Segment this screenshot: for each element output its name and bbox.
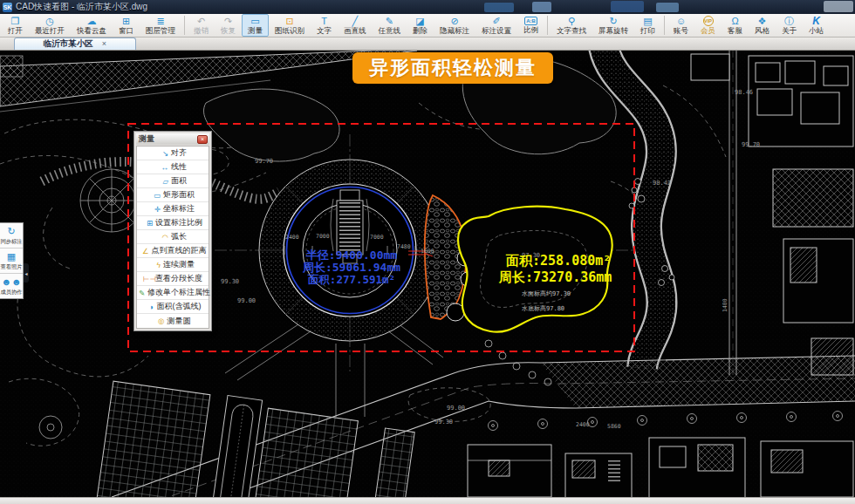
toolbar-button-vip[interactable]: VIP会员 <box>694 14 722 37</box>
measure-item-label: 矩形面积 <box>163 189 195 201</box>
sidebar-item-label: 成员协作 <box>0 289 22 296</box>
svg-text:99.70: 99.70 <box>742 141 760 148</box>
toolbar-button-freehand-line[interactable]: ✎任意线 <box>373 14 407 37</box>
toolbar-button-about[interactable]: ⓘ关于 <box>776 14 803 37</box>
measure-item-align[interactable]: ↘对齐 <box>137 146 209 160</box>
toolbar-button-cloud-drive[interactable]: ☁快看云盘 <box>71 14 113 37</box>
measure-item-circle[interactable]: ◎测量圆 <box>137 314 209 328</box>
toolbar-button-text[interactable]: T文字 <box>311 14 338 37</box>
toolbar-button-redo[interactable]: ↷恢复 <box>215 14 242 37</box>
measure-item-label: 修改单个标注属性 <box>147 287 210 298</box>
svg-text:1400: 1400 <box>722 298 728 312</box>
measure-item-coordinate[interactable]: ✛坐标标注 <box>137 202 209 216</box>
svg-text:周长:59061.94mm: 周长:59061.94mm <box>302 261 400 274</box>
background-window-glimpse <box>484 3 514 12</box>
measure-item-area-with-arc[interactable]: ◗面积(含弧线) <box>137 300 209 314</box>
rotate-icon: ↻ <box>609 16 617 26</box>
svg-text:水面标高约97.30: 水面标高约97.30 <box>522 290 571 297</box>
measure-panel-titlebar[interactable]: 测量 × <box>136 133 209 145</box>
cad-canvas[interactable]: 99.70 99.30 99.00 98.46 99.70 98.42 99.0… <box>0 51 855 497</box>
toolbar-button-ksite[interactable]: K小站 <box>803 14 830 37</box>
svg-text:水底标高97.80: 水底标高97.80 <box>522 305 564 312</box>
area-icon: ▱ <box>159 177 168 186</box>
window-icon: ⊞ <box>122 16 130 26</box>
toolbar-button-window[interactable]: ⊞窗口 <box>113 14 140 37</box>
sidebar-item-view-photos[interactable]: ▦ 查看照片 <box>0 249 23 274</box>
measure-item-scale-setting[interactable]: ⊞设置标注比例 <box>137 216 209 230</box>
info-icon: ⓘ <box>784 16 794 26</box>
sidebar-item-sync-annotation[interactable]: ↻ 同步标注 <box>0 223 23 249</box>
toolbar-label: 文字 <box>317 26 332 36</box>
tab-close-icon[interactable]: × <box>102 40 106 48</box>
title-bar: SK CAD快速看图 - 临沂市某小区.dwg <box>0 0 855 14</box>
svg-text:99.30: 99.30 <box>221 278 239 285</box>
measure-item-label: 对齐 <box>171 147 187 159</box>
svg-text:98.46: 98.46 <box>735 89 753 96</box>
svg-text:99.70: 99.70 <box>255 158 273 165</box>
svg-text:7480: 7480 <box>397 243 411 250</box>
measure-item-arc-length[interactable]: ◠弧长 <box>137 230 209 244</box>
svg-text:周长:73270.36mm: 周长:73270.36mm <box>498 269 612 285</box>
sidebar-item-member-collab[interactable]: ☻☻ 成员协作 <box>0 274 23 298</box>
svg-text:98.42: 98.42 <box>653 180 671 187</box>
document-tab[interactable]: 临沂市某小区 × <box>14 37 136 50</box>
measure-item-continuous[interactable]: ϟ连续测量 <box>137 258 209 272</box>
toolbar-label: 任意线 <box>379 26 401 36</box>
headset-icon: Ω <box>731 16 738 26</box>
eye-slash-icon: ⊘ <box>450 16 458 26</box>
toolbar-button-print[interactable]: ▤打印 <box>634 14 661 37</box>
toolbar-label: 小站 <box>809 26 824 36</box>
toolbar-button-layers[interactable]: ≣图层管理 <box>140 14 181 37</box>
measure-item-area[interactable]: ▱面积 <box>137 174 209 188</box>
angle-distance-icon: ∠ <box>140 247 149 255</box>
toolbar-label: 图纸识别 <box>275 26 304 36</box>
measure-item-linear[interactable]: ↔线性 <box>137 160 209 174</box>
toolbar-button-recent[interactable]: ◷最近打开 <box>29 14 71 37</box>
scale-setting-icon: ⊞ <box>143 219 153 228</box>
toolbar-label: 打印 <box>640 26 655 36</box>
toolbar-button-style[interactable]: ❖风格 <box>749 14 776 37</box>
toolbar-button-draw-line[interactable]: ╱画直线 <box>338 14 373 37</box>
svg-text:2400: 2400 <box>285 234 299 241</box>
measure-panel-close-icon[interactable]: × <box>197 135 208 144</box>
toolbar-label: 屏幕旋转 <box>598 26 628 36</box>
circle-measurement-text: 半径:9400.00mm 周长:59061.94mm 面积:277.591m² <box>302 249 400 286</box>
toolbar-label: 关于 <box>782 26 797 36</box>
toolbar-button-undo[interactable]: ↶撤销 <box>188 14 215 37</box>
measure-item-label: 坐标标注 <box>163 203 195 215</box>
toolbar-label: 测量 <box>248 26 263 36</box>
pencil-icon: ✎ <box>386 16 393 26</box>
measure-item-label: 线性 <box>171 161 187 173</box>
toolbar-button-screen-rotate[interactable]: ↻屏幕旋转 <box>592 14 634 37</box>
sidebar-collapse-handle[interactable]: ◂ <box>24 263 29 283</box>
toolbar-label: 账号 <box>674 26 688 36</box>
promo-banner: 异形面积轻松测量 <box>352 52 553 84</box>
toolbar-separator <box>664 16 665 35</box>
toolbar-button-hide-annotation[interactable]: ⊘隐藏标注 <box>434 14 475 37</box>
measure-item-segment-length[interactable]: ⊢⊣查看分段长度 <box>137 272 209 286</box>
toolbar-button-text-search[interactable]: ⚲文字查找 <box>551 14 592 37</box>
zigzag-icon: ϟ <box>151 261 161 269</box>
toolbar-label: 画直线 <box>344 26 366 36</box>
linear-icon: ↔ <box>159 163 168 172</box>
arc-area-icon: ◗ <box>145 303 154 311</box>
toolbar-button-measure[interactable]: ▭测量 <box>242 14 269 37</box>
measure-item-edit-annotation[interactable]: ✎修改单个标注属性 <box>137 286 209 300</box>
toolbar-button-delete[interactable]: ◪删除 <box>407 14 434 37</box>
toolbar-label: 恢复 <box>221 26 236 36</box>
measure-item-label: 面积 <box>171 175 187 187</box>
toolbar-button-open[interactable]: ❐打开 <box>2 14 29 37</box>
toolbar-label: 文字查找 <box>557 26 586 36</box>
toolbar-button-support[interactable]: Ω客服 <box>722 14 749 37</box>
main-toolbar: ❐打开 ◷最近打开 ☁快看云盘 ⊞窗口 ≣图层管理 ↶撤销 ↷恢复 ▭测量 ⊡图… <box>0 14 855 37</box>
measure-item-point-to-line[interactable]: ∠点到直线的距离 <box>137 244 209 258</box>
background-window-glimpse <box>611 1 644 12</box>
toolbar-button-account[interactable]: ☺账号 <box>667 14 694 37</box>
app-window: SK CAD快速看图 - 临沂市某小区.dwg ❐打开 ◷最近打开 ☁快看云盘 … <box>0 0 855 504</box>
toolbar-separator <box>184 16 185 35</box>
toolbar-button-drawing-recognition[interactable]: ⊡图纸识别 <box>269 14 311 37</box>
measure-item-rect-area[interactable]: ▭矩形面积 <box>137 188 209 202</box>
toolbar-button-scale[interactable]: A:B比例 <box>517 14 544 37</box>
line-icon: ╱ <box>352 16 358 26</box>
toolbar-button-annotation-settings[interactable]: ✐标注设置 <box>475 14 517 37</box>
